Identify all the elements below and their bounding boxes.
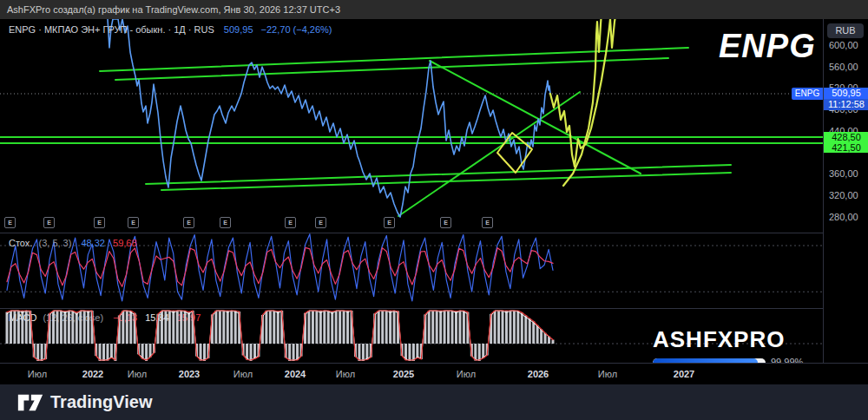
price-tick-label: 280,00 xyxy=(829,212,858,222)
attribution-text: AshFXPro создал(а) график на TradingView… xyxy=(7,4,340,15)
earnings-marker[interactable]: E xyxy=(128,217,139,228)
price-tick-label: 600,00 xyxy=(829,40,858,50)
time-tick-label: 2023 xyxy=(179,369,200,379)
earnings-marker[interactable]: E xyxy=(482,217,493,228)
stoch-k-value: 48,32 xyxy=(81,238,105,248)
stoch-params: (3, 5, 3) xyxy=(38,238,71,248)
time-tick-label: Июл xyxy=(233,369,253,379)
time-tick-label: Июл xyxy=(598,369,617,379)
earnings-marker[interactable]: E xyxy=(94,217,105,228)
countdown-badge: 11:12:58 xyxy=(824,99,868,110)
main-legend[interactable]: ENPG · МКПАО ЭН+ ГРУП - обыкн. · 1Д · RU… xyxy=(9,24,332,35)
stoch-d-value: 59,68 xyxy=(113,238,137,248)
time-tick-label: Июл xyxy=(128,369,147,379)
footer-bar: TradingView xyxy=(0,384,868,420)
time-tick-label: Июл xyxy=(457,369,476,379)
price-tick-label: 360,00 xyxy=(829,168,858,179)
tradingview-logo-icon[interactable] xyxy=(17,392,43,413)
price-tick-label: 320,00 xyxy=(829,190,858,200)
earnings-marker[interactable]: E xyxy=(220,217,231,228)
earnings-marker[interactable]: E xyxy=(43,217,55,228)
time-tick-label: 2022 xyxy=(82,369,103,379)
level-price-badge: 428,50 xyxy=(824,132,868,142)
promo-watermark: ASHFXPRO 99.99% xyxy=(653,326,809,363)
time-tick-label: 2027 xyxy=(674,369,694,379)
earnings-marker[interactable]: E xyxy=(384,217,395,228)
price-axis[interactable]: RUB 600,00560,00520,00480,00440,00360,00… xyxy=(823,19,868,363)
earnings-marker[interactable]: E xyxy=(315,217,326,228)
promo-brand: ASHFXPRO xyxy=(653,326,809,353)
symbol-title: ENPG · МКПАО ЭН+ ГРУП - обыкн. · 1Д · RU… xyxy=(9,24,214,35)
price-change: −22,70 (−4,26%) xyxy=(261,24,332,35)
last-price: 509,95 xyxy=(224,24,253,35)
stoch-label: Стох. xyxy=(9,238,32,248)
earnings-marker[interactable]: E xyxy=(183,217,194,228)
stochastic-pane[interactable]: Стох. (3, 5, 3) 48,32 59,68 xyxy=(0,233,823,309)
earnings-marker[interactable]: E xyxy=(285,217,296,228)
time-tick-label: 2025 xyxy=(393,369,414,379)
promo-progress-bar xyxy=(653,358,766,363)
macd-pane[interactable]: MACD (12, 26, close) −0,13 15,84 15,97 A… xyxy=(0,309,823,363)
attribution-bar: AshFXPro создал(а) график на TradingView… xyxy=(0,0,868,19)
promo-percent: 99.99% xyxy=(771,357,803,363)
price-pane[interactable]: ENPG ENPG · МКПАО ЭН+ ГРУП - обыкн. · 1Д… xyxy=(0,19,823,233)
promo-progress-fill xyxy=(653,358,758,363)
time-tick-label: Июл xyxy=(28,369,47,379)
currency-button[interactable]: RUB xyxy=(827,23,864,38)
symbol-price-tag: ENPG xyxy=(792,88,823,100)
chart-area[interactable]: ENPG ENPG · МКПАО ЭН+ ГРУП - обыкн. · 1Д… xyxy=(0,19,868,384)
tradingview-snapshot: AshFXPro создал(а) график на TradingView… xyxy=(0,0,868,420)
price-tick-label: 560,00 xyxy=(829,62,858,72)
price-chart-canvas[interactable] xyxy=(0,19,823,233)
time-tick-label: 2026 xyxy=(528,369,549,379)
time-axis[interactable]: Июл2022Июл2023Июл2024Июл2025Июл2026Июл20… xyxy=(0,363,868,385)
stochastic-legend[interactable]: Стох. (3, 5, 3) 48,32 59,68 xyxy=(9,238,137,248)
level-price-badge: 421,50 xyxy=(824,142,868,153)
earnings-marker[interactable]: E xyxy=(4,217,16,228)
tradingview-brand[interactable]: TradingView xyxy=(50,392,152,412)
time-tick-label: 2024 xyxy=(285,369,306,379)
last-price-badge: 509,95 xyxy=(824,88,868,99)
earnings-marker[interactable]: E xyxy=(440,217,451,228)
time-tick-label: Июл xyxy=(336,369,355,379)
